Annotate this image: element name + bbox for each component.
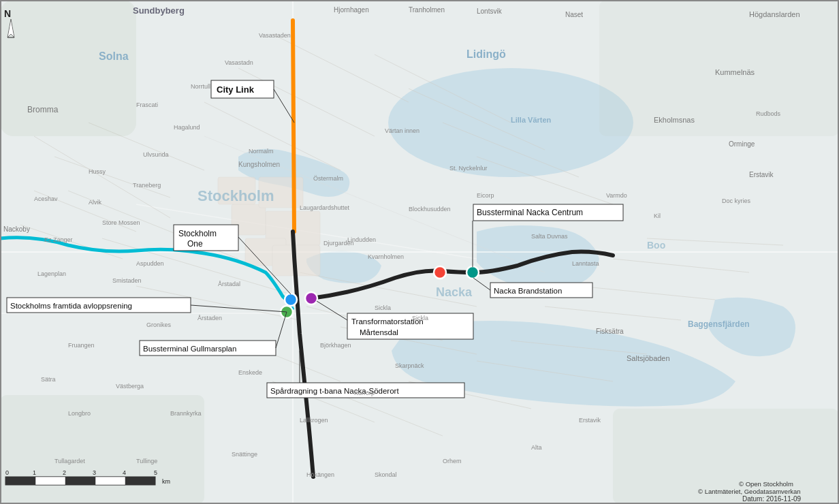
- svg-text:Longbro: Longbro: [68, 410, 91, 417]
- svg-text:Doc kyries: Doc kyries: [722, 198, 751, 204]
- svg-text:Tullinge: Tullinge: [136, 458, 157, 464]
- svg-text:Lagenplan: Lagenplan: [37, 270, 66, 277]
- svg-text:Bromma: Bromma: [27, 105, 59, 114]
- svg-text:Aspudden: Aspudden: [136, 260, 164, 267]
- svg-text:Mårtensdal: Mårtensdal: [360, 328, 398, 336]
- svg-text:Lidingö: Lidingö: [466, 48, 506, 60]
- map-background: City Link Stockholm One Bussterminal Nac…: [0, 0, 839, 504]
- svg-text:Snättinge: Snättinge: [232, 451, 257, 458]
- svg-text:Ulvsunda: Ulvsunda: [143, 151, 169, 158]
- svg-rect-155: [5, 477, 35, 485]
- map-container: City Link Stockholm One Bussterminal Nac…: [0, 0, 839, 504]
- svg-rect-157: [65, 477, 95, 485]
- svg-text:One: One: [187, 239, 203, 249]
- svg-text:Frascati: Frascati: [136, 101, 158, 108]
- svg-text:Lanntasta: Lanntasta: [572, 260, 599, 267]
- svg-text:Nacka Brandstation: Nacka Brandstation: [494, 287, 562, 295]
- svg-text:Sundbyberg: Sundbyberg: [133, 5, 185, 16]
- svg-text:Kungsholmen: Kungsholmen: [238, 161, 280, 168]
- svg-text:Nacka: Nacka: [436, 285, 473, 299]
- svg-text:Kurrorp: Kurrorp: [354, 390, 375, 396]
- svg-line-46: [293, 20, 294, 232]
- svg-text:Skarpnäck: Skarpnäck: [395, 362, 424, 369]
- svg-text:km: km: [162, 478, 170, 485]
- svg-text:© Lantmäteriet, Geodatasamverk: © Lantmäteriet, Geodatasamverkan: [698, 488, 801, 495]
- svg-text:Vasastadn: Vasastadn: [225, 59, 253, 66]
- svg-text:Skondal: Skondal: [375, 471, 397, 478]
- svg-text:Lallkrogen: Lallkrogen: [300, 417, 328, 424]
- svg-text:Stockholm: Stockholm: [178, 229, 217, 238]
- svg-text:Enskede: Enskede: [238, 369, 262, 376]
- svg-rect-156: [35, 477, 65, 485]
- svg-text:Kvarnholmen: Kvarnholmen: [368, 253, 404, 260]
- svg-text:Högdanslarden: Högdanslarden: [749, 10, 800, 18]
- svg-rect-159: [125, 477, 155, 485]
- svg-text:Orminge: Orminge: [729, 140, 755, 148]
- svg-text:Ez Zanger: Ez Zanger: [44, 236, 73, 243]
- svg-text:Bussterminal Gullmarsplan: Bussterminal Gullmarsplan: [143, 345, 236, 353]
- svg-text:Erstavik: Erstavik: [749, 171, 774, 178]
- svg-point-50: [434, 266, 446, 279]
- svg-text:Rudbods: Rudbods: [756, 110, 781, 117]
- svg-rect-158: [95, 477, 125, 485]
- svg-text:Björkhagen: Björkhagen: [320, 342, 351, 349]
- svg-text:City Link: City Link: [217, 84, 255, 95]
- svg-text:© Open Stockholm: © Open Stockholm: [739, 480, 793, 488]
- svg-text:Västberga: Västberga: [116, 383, 144, 390]
- svg-text:Baggensfjärden: Baggensfjärden: [688, 319, 750, 329]
- svg-text:Brannkyrka: Brannkyrka: [170, 410, 202, 417]
- svg-text:0: 0: [5, 469, 9, 476]
- svg-text:Lindudden: Lindudden: [347, 236, 376, 243]
- svg-text:Eicorp: Eicorp: [477, 192, 494, 199]
- svg-text:Sickla: Sickla: [412, 315, 428, 321]
- svg-text:Blockhusudden: Blockhusudden: [409, 206, 451, 212]
- svg-text:Stockholm: Stockholm: [197, 187, 274, 204]
- svg-text:Lontsvik: Lontsvik: [477, 7, 503, 15]
- svg-text:Sätra: Sätra: [41, 376, 56, 383]
- svg-text:Traneberg: Traneberg: [133, 182, 161, 189]
- svg-text:Hussy: Hussy: [89, 168, 106, 175]
- svg-text:Naset: Naset: [565, 11, 583, 18]
- svg-text:Kummelnäs: Kummelnäs: [715, 68, 755, 76]
- svg-text:St. Nyckelnlur: St. Nyckelnlur: [449, 165, 488, 172]
- svg-text:Store Mossen: Store Mossen: [102, 219, 140, 226]
- svg-point-51: [466, 266, 479, 279]
- svg-text:Ekholmsnas: Ekholmsnas: [654, 116, 695, 124]
- svg-text:Lilla Värten: Lilla Värten: [511, 116, 552, 124]
- svg-text:Årstaden: Årstaden: [197, 315, 222, 321]
- svg-text:Vasastaden: Vasastaden: [259, 32, 291, 39]
- svg-text:4: 4: [123, 469, 126, 476]
- svg-text:Aceshav: Aceshav: [34, 195, 58, 202]
- svg-rect-36: [0, 0, 136, 136]
- svg-text:Solna: Solna: [99, 50, 129, 62]
- svg-text:Erstavik: Erstavik: [579, 417, 601, 424]
- svg-text:Tranholmen: Tranholmen: [409, 6, 445, 14]
- svg-text:Normalm: Normalm: [249, 148, 274, 155]
- svg-text:Laugardardshuttet: Laugardardshuttet: [300, 204, 350, 211]
- svg-text:3: 3: [93, 469, 96, 476]
- svg-text:Hökängen: Hökängen: [306, 471, 334, 478]
- svg-text:Alvik: Alvik: [89, 199, 102, 206]
- svg-text:Saltsjöbaden: Saltsjöbaden: [627, 354, 670, 362]
- svg-text:Bussterminal Nacka Centrum: Bussterminal Nacka Centrum: [477, 208, 583, 217]
- svg-text:Varmdo: Varmdo: [606, 192, 627, 199]
- svg-point-47: [285, 294, 297, 306]
- svg-text:1: 1: [33, 469, 36, 476]
- svg-text:Fruangen: Fruangen: [68, 342, 95, 349]
- svg-text:Boo: Boo: [647, 240, 665, 251]
- svg-text:Värtan innen: Värtan innen: [385, 127, 420, 134]
- svg-text:Spårdragning t-bana Nacka-Söde: Spårdragning t-bana Nacka-Söderort: [270, 387, 399, 395]
- svg-point-48: [305, 292, 317, 304]
- svg-text:N: N: [4, 8, 11, 19]
- svg-text:2: 2: [63, 469, 66, 476]
- svg-text:Årstadal: Årstadal: [218, 281, 240, 287]
- svg-text:Kil: Kil: [654, 212, 661, 219]
- svg-text:5: 5: [154, 469, 157, 476]
- svg-text:Alta: Alta: [531, 444, 542, 451]
- svg-text:Salta Duvnas: Salta Duvnas: [531, 233, 568, 240]
- svg-text:Datum: 2016-11-09: Datum: 2016-11-09: [742, 495, 802, 503]
- svg-text:Hagalund: Hagalund: [174, 124, 200, 131]
- svg-text:Tullagardet: Tullagardet: [54, 458, 85, 464]
- svg-text:Östermalm: Östermalm: [313, 175, 343, 182]
- svg-text:Sickla: Sickla: [375, 304, 391, 311]
